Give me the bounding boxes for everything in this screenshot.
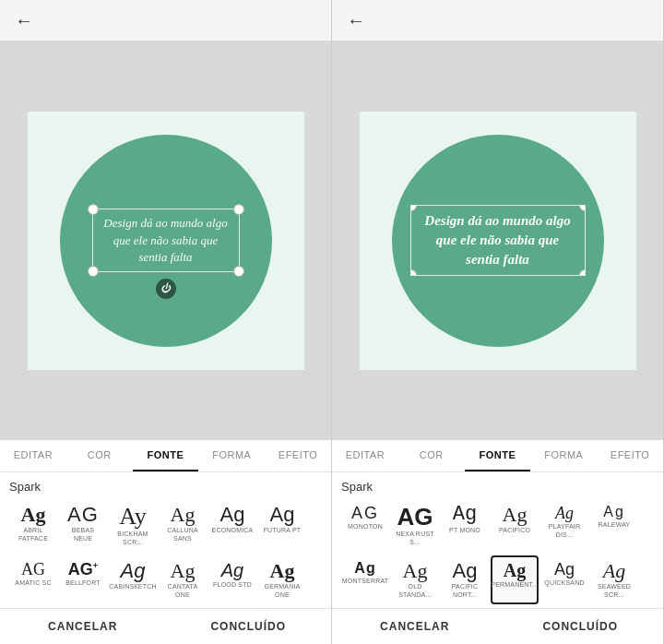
font-pacifico[interactable]: Ag PACIFICO: [491, 499, 539, 552]
left-cancel-button[interactable]: CANCELAR: [0, 620, 166, 633]
left-text-box[interactable]: Design dá ao mundo algo que ele não sabi…: [92, 209, 240, 272]
left-font-grid-row1: Ag ABRIL FATFACE AG BEBAS NEUE Ay BICKHA…: [9, 499, 322, 552]
font-futura[interactable]: Ag FUTURA PT: [258, 499, 306, 552]
right-tab-forma[interactable]: FORMA: [530, 440, 597, 471]
left-font-section-title: Spark: [9, 480, 322, 494]
font-raleway[interactable]: Ag RALEWAY: [590, 499, 638, 552]
left-tab-editar[interactable]: EDITAR: [0, 440, 66, 471]
font-permanent-preview: Ag: [504, 561, 526, 579]
left-action-row: CANCELAR CONCLUÍDO: [0, 608, 331, 644]
font-calluna-name: CALLUNA SANS: [162, 527, 203, 543]
font-monoton-name: MONOTON: [348, 523, 383, 531]
font-ptmono-preview: Ag: [453, 505, 477, 525]
font-bellfort-name: BELLFORT: [65, 579, 101, 587]
font-pacificnort[interactable]: Ag PACIFIC NORT...: [441, 555, 489, 604]
font-economica-name: ECONOMICA: [212, 527, 254, 534]
right-handle-tl[interactable]: [410, 205, 417, 211]
font-bebas[interactable]: AG BEBAS NEUE: [59, 499, 107, 552]
right-action-row: CANCELAR CONCLUÍDO: [332, 608, 663, 644]
font-calluna-preview: Ag: [171, 505, 196, 525]
font-playfair-name: PLAYFAIR DIS...: [544, 523, 585, 539]
font-playfair[interactable]: Ag PLAYFAIR DIS...: [540, 499, 588, 552]
font-monoton[interactable]: AG MONOTON: [341, 499, 389, 552]
font-permanent-name: PERMANENT...: [491, 581, 538, 589]
font-bickham-preview: Ay: [119, 505, 146, 529]
right-handle-br[interactable]: [579, 269, 586, 276]
font-amatic-name: AMATIC SC: [15, 579, 51, 587]
font-bickham[interactable]: Ay BICKHAM SCR...: [109, 499, 157, 552]
font-raleway-preview: Ag: [603, 505, 625, 519]
font-nexa[interactable]: AG NEXA RUST S...: [391, 499, 439, 552]
font-pacificnort-preview: Ag: [453, 561, 478, 581]
font-economica[interactable]: Ag ECONOMICA: [208, 499, 256, 552]
right-handle-tr[interactable]: [579, 205, 586, 211]
font-oldstd[interactable]: Ag OLD STANDA...: [391, 555, 439, 604]
right-back-button[interactable]: ←: [347, 10, 365, 31]
font-germania[interactable]: Ag GERMANIA ONE: [258, 555, 306, 604]
left-tab-cor[interactable]: COR: [66, 440, 133, 471]
font-flood-preview: Ag: [221, 561, 243, 579]
font-seaweed[interactable]: Ag SEAWEED SCR...: [590, 555, 638, 604]
right-canvas-bg: Design dá ao mundo algo que ele não sabi…: [360, 112, 636, 370]
font-cabins[interactable]: Ag CABINSКETCH: [109, 555, 157, 604]
font-cantata[interactable]: Ag CANTATA ONE: [159, 555, 207, 604]
right-tab-fonte[interactable]: FONTE: [465, 440, 531, 471]
left-font-section: Spark Ag ABRIL FATFACE AG BEBAS NEUE Ay …: [0, 472, 331, 608]
font-abril-preview: Ag: [21, 505, 46, 525]
right-text-box[interactable]: Design dá ao mundo algo que ele não sabi…: [410, 205, 586, 276]
font-montserrat-name: MONTSERRAT: [342, 578, 388, 585]
right-font-section-title: Spark: [341, 480, 654, 494]
right-font-grid-row1: AG MONOTON AG NEXA RUST S... Ag PT MONO …: [341, 499, 654, 552]
handle-tr[interactable]: [233, 204, 244, 215]
left-bottom-section: EDITAR COR FONTE FORMA EFEITO Spark Ag A…: [0, 440, 331, 644]
font-amatic-preview: AG: [21, 561, 45, 578]
font-permanent[interactable]: Ag PERMANENT...: [491, 555, 539, 604]
font-pacifico-name: PACIFICO: [499, 527, 530, 534]
handle-tl[interactable]: [88, 204, 99, 215]
font-bellfort[interactable]: AG+ BELLFORT: [59, 555, 107, 604]
font-nexa-preview: AG: [397, 505, 433, 529]
right-tabs-row: EDITAR COR FONTE FORMA EFEITO: [332, 440, 663, 472]
left-top-bar: ←: [0, 0, 331, 41]
font-amatic[interactable]: AG AMATIC SC: [9, 555, 57, 604]
font-ptmono[interactable]: Ag PT MONO: [441, 499, 489, 552]
left-tab-forma[interactable]: FORMA: [198, 440, 265, 471]
font-oldstd-name: OLD STANDA...: [395, 583, 435, 599]
handle-bl[interactable]: [88, 266, 99, 277]
left-back-button[interactable]: ←: [15, 10, 33, 31]
right-done-button[interactable]: CONCLUÍDO: [498, 620, 664, 633]
font-bellfort-preview: AG+: [68, 561, 98, 578]
right-tab-editar[interactable]: EDITAR: [332, 440, 398, 471]
right-panel: ← Design dá ao mundo algo que ele não sa…: [332, 0, 664, 644]
font-montserrat[interactable]: Ag MONTSERRAT: [341, 555, 389, 604]
right-circle-shape: Design dá ao mundo algo que ele não sabi…: [392, 135, 604, 347]
font-flood[interactable]: Ag FLOOD STD: [208, 555, 256, 604]
font-abril[interactable]: Ag ABRIL FATFACE: [9, 499, 57, 552]
right-handle-bl[interactable]: [410, 269, 417, 276]
left-tab-fonte[interactable]: FONTE: [133, 440, 199, 471]
font-quicksand-preview: Ag: [554, 561, 575, 578]
handle-br[interactable]: [233, 266, 244, 277]
right-cancel-button[interactable]: CANCELAR: [332, 620, 498, 633]
font-cabins-preview: Ag: [121, 561, 146, 581]
left-tabs-row: EDITAR COR FONTE FORMA EFEITO: [0, 440, 331, 472]
font-calluna[interactable]: Ag CALLUNA SANS: [159, 499, 207, 552]
right-tab-cor[interactable]: COR: [398, 440, 465, 471]
font-cabins-name: CABINSКETCH: [109, 583, 156, 590]
right-tab-efeito[interactable]: EFEITO: [597, 440, 663, 471]
font-seaweed-name: SEAWEED SCR...: [594, 583, 634, 599]
left-canvas-area: Design dá ao mundo algo que ele não sabi…: [0, 41, 331, 440]
font-pacifico-preview: Ag: [503, 505, 528, 525]
left-tab-efeito[interactable]: EFEITO: [265, 440, 331, 471]
left-circle-shape: Design dá ao mundo algo que ele não sabi…: [60, 135, 272, 347]
font-quicksand[interactable]: Ag QUICKSAND: [540, 555, 588, 604]
left-panel: ← Design dá ao mundo algo que ele não sa…: [0, 0, 332, 644]
font-montserrat-preview: Ag: [354, 561, 375, 576]
font-bebas-name: BEBAS NEUE: [63, 527, 103, 543]
font-raleway-name: RALEWAY: [599, 521, 631, 529]
right-bottom-section: EDITAR COR FONTE FORMA EFEITO Spark AG M…: [332, 440, 663, 644]
left-done-button[interactable]: CONCLUÍDO: [166, 620, 332, 633]
right-font-section: Spark AG MONOTON AG NEXA RUST S... Ag PT…: [332, 472, 663, 608]
font-abril-name: ABRIL FATFACE: [13, 527, 53, 543]
power-button[interactable]: ⏻: [156, 279, 176, 299]
